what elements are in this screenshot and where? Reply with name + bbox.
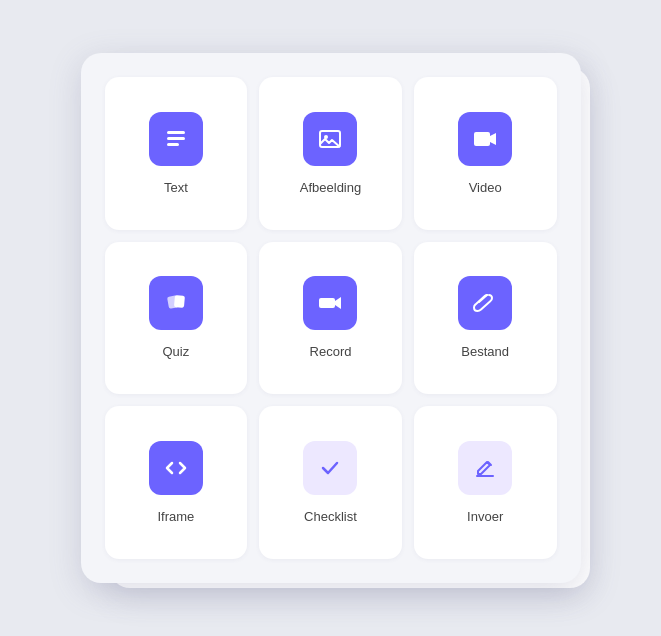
grid-item-quiz[interactable]: Quiz xyxy=(105,242,248,395)
iframe-icon-wrapper xyxy=(149,441,203,495)
main-card: Text Afbeelding Video xyxy=(81,53,581,583)
grid-item-bestand[interactable]: Bestand xyxy=(414,242,557,395)
text-label: Text xyxy=(164,180,188,195)
record-label: Record xyxy=(310,344,352,359)
bestand-label: Bestand xyxy=(461,344,509,359)
checklist-icon xyxy=(316,454,344,482)
svg-rect-2 xyxy=(167,143,179,146)
grid-item-text[interactable]: Text xyxy=(105,77,248,230)
record-icon-wrapper xyxy=(303,276,357,330)
quiz-icon xyxy=(162,289,190,317)
grid-item-video[interactable]: Video xyxy=(414,77,557,230)
bestand-icon-wrapper xyxy=(458,276,512,330)
svg-rect-1 xyxy=(167,137,185,140)
invoer-icon-wrapper xyxy=(458,441,512,495)
iframe-label: Iframe xyxy=(157,509,194,524)
checklist-label: Checklist xyxy=(304,509,357,524)
video-label: Video xyxy=(469,180,502,195)
invoer-label: Invoer xyxy=(467,509,503,524)
bestand-icon xyxy=(471,289,499,317)
svg-rect-0 xyxy=(167,131,185,134)
video-icon-wrapper xyxy=(458,112,512,166)
grid-item-afbeelding[interactable]: Afbeelding xyxy=(259,77,402,230)
svg-rect-7 xyxy=(174,295,185,308)
record-icon xyxy=(316,289,344,317)
text-icon xyxy=(162,125,190,153)
video-icon xyxy=(471,125,499,153)
grid-item-iframe[interactable]: Iframe xyxy=(105,406,248,559)
grid-item-checklist[interactable]: Checklist xyxy=(259,406,402,559)
text-icon-wrapper xyxy=(149,112,203,166)
svg-rect-5 xyxy=(474,132,490,146)
checklist-icon-wrapper xyxy=(303,441,357,495)
invoer-icon xyxy=(471,454,499,482)
quiz-icon-wrapper xyxy=(149,276,203,330)
afbeelding-label: Afbeelding xyxy=(300,180,361,195)
grid-item-record[interactable]: Record xyxy=(259,242,402,395)
quiz-label: Quiz xyxy=(162,344,189,359)
iframe-icon xyxy=(162,454,190,482)
svg-rect-8 xyxy=(319,298,335,308)
grid-item-invoer[interactable]: Invoer xyxy=(414,406,557,559)
afbeelding-icon-wrapper xyxy=(303,112,357,166)
afbeelding-icon xyxy=(316,125,344,153)
content-grid: Text Afbeelding Video xyxy=(105,77,557,559)
